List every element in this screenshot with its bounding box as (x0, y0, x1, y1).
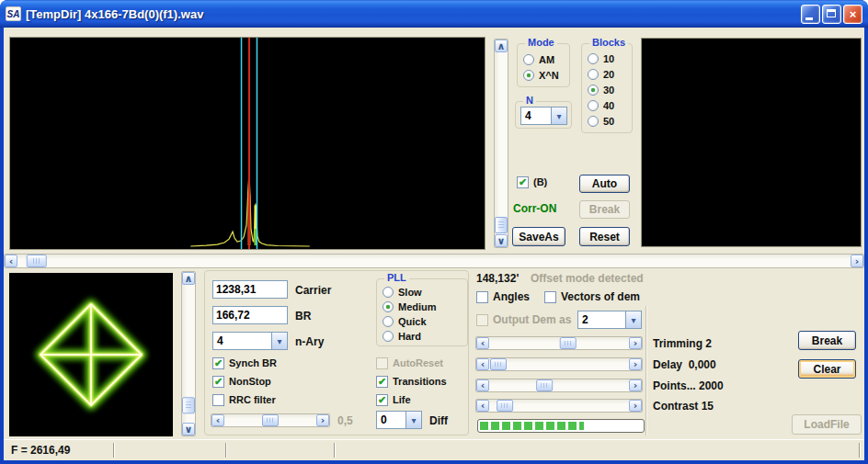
app-icon-text: SA (7, 9, 20, 19)
rrc-slider-value: 0,5 (337, 414, 353, 427)
carrier-input[interactable] (212, 280, 288, 299)
contrast-slider[interactable]: ‹ › (475, 399, 643, 413)
scroll-left-icon[interactable]: ‹ (476, 379, 489, 391)
points-slider[interactable]: ‹ › (475, 379, 643, 392)
demod-groupbox: Carrier BR 4 ▾ n-Ary Synch BR NonStop RR… (204, 270, 469, 436)
scroll-left-icon[interactable]: ‹ (476, 400, 489, 412)
blocks-groupbox: Blocks 10 20 30 40 50 (581, 43, 633, 133)
radio-blocks-50[interactable]: 50 (588, 115, 614, 128)
scroll-left-icon[interactable]: ‹ (211, 414, 224, 426)
nonstop-checkbox[interactable]: NonStop (212, 375, 271, 388)
scrollbar-thumb[interactable] (262, 414, 279, 426)
scroll-left-icon[interactable]: ‹ (476, 358, 489, 370)
main-horizontal-scrollbar[interactable]: ‹ › (4, 254, 864, 268)
scrollbar-thumb[interactable] (559, 337, 576, 349)
scrollbar-thumb[interactable] (536, 379, 553, 391)
mode-groupbox: Mode AM X^N (517, 43, 570, 87)
reset-button[interactable]: Reset (579, 227, 630, 246)
scroll-down-icon[interactable]: ∨ (495, 234, 508, 247)
scrollbar-thumb[interactable] (495, 217, 508, 233)
radio-blocks-10[interactable]: 10 (588, 52, 614, 65)
minimize-button[interactable] (801, 5, 820, 24)
radio-pll-hard[interactable]: Hard (383, 330, 421, 343)
scroll-left-icon[interactable]: ‹ (476, 337, 489, 349)
radio-mode-am[interactable]: AM (523, 53, 554, 66)
br-input[interactable] (212, 306, 288, 324)
constellation-display (9, 273, 173, 436)
offset-status: Offset mode detected (531, 272, 644, 285)
radio-pll-slow[interactable]: Slow (383, 286, 422, 299)
outputdem-select[interactable]: 2 ▾ (577, 311, 642, 329)
n-group-label: N (523, 95, 536, 106)
title-bar[interactable]: SA [TempDir] 4x166-7Bd(0)(f1).wav × (0, 0, 868, 28)
life-checkbox[interactable]: Life (376, 393, 411, 406)
scroll-right-icon[interactable]: › (316, 414, 329, 426)
break-button-top[interactable]: Break (579, 200, 630, 219)
radio-pll-quick[interactable]: Quick (383, 315, 427, 328)
nary-label: n-Ary (295, 335, 324, 348)
window-title: [TempDir] 4x166-7Bd(0)(f1).wav (26, 7, 801, 21)
scrollbar-thumb[interactable] (497, 400, 513, 412)
scrollbar-thumb[interactable] (182, 397, 195, 413)
blocks-group-label: Blocks (589, 37, 628, 48)
break-button[interactable]: Break (798, 331, 856, 350)
angles-checkbox[interactable]: Angles (476, 290, 530, 303)
scrollbar-thumb[interactable] (490, 358, 507, 370)
spectrum-display[interactable] (9, 37, 485, 250)
b-checkbox[interactable]: (B) (517, 175, 547, 188)
nary-select[interactable]: 4 ▾ (212, 332, 288, 350)
chevron-down-icon[interactable]: ▾ (551, 108, 566, 124)
diff-label: Diff (429, 414, 448, 427)
delay-label: Delay 0,000 (653, 358, 716, 371)
trimming-slider[interactable]: ‹ › (475, 336, 643, 350)
pll-group-label: PLL (384, 272, 409, 283)
close-button[interactable]: × (843, 5, 862, 24)
scroll-right-icon[interactable]: › (629, 337, 642, 349)
radio-pll-medium[interactable]: Medium (383, 300, 437, 313)
scroll-up-icon[interactable]: ∧ (182, 272, 195, 285)
client-area: ∧ ∨ Mode AM X^N N 4 ▾ Blocks (4, 28, 864, 460)
delay-slider[interactable]: ‹ › (475, 357, 643, 371)
app-window: SA [TempDir] 4x166-7Bd(0)(f1).wav × (0, 0, 868, 464)
constellation-plot (9, 273, 173, 436)
radio-mode-xn[interactable]: X^N (523, 69, 559, 82)
scroll-right-icon[interactable]: › (629, 379, 642, 391)
top-vertical-scrollbar[interactable]: ∧ ∨ (494, 39, 508, 248)
bottom-vertical-scrollbar[interactable]: ∧ ∨ (181, 271, 196, 436)
maximize-button[interactable] (822, 5, 841, 24)
rrc-checkbox[interactable]: RRC filter (212, 393, 276, 406)
autoreset-checkbox[interactable]: AutoReset (376, 356, 443, 369)
progress-bar (477, 419, 645, 433)
outputdem-checkbox[interactable]: Output Dem as (476, 313, 571, 326)
n-select[interactable]: 4 ▾ (520, 107, 567, 125)
pll-groupbox: PLL Slow Medium Quick Hard (376, 278, 468, 346)
maximize-icon (827, 9, 836, 17)
synchbr-checkbox[interactable]: Synch BR (212, 356, 277, 369)
radio-blocks-20[interactable]: 20 (588, 68, 614, 81)
diff-select[interactable]: 0 ▾ (376, 411, 422, 429)
radio-blocks-30[interactable]: 30 (588, 84, 614, 96)
transitions-checkbox[interactable]: Transitions (376, 375, 447, 388)
minimize-icon (805, 17, 813, 20)
scroll-right-icon[interactable]: › (851, 255, 863, 267)
scroll-right-icon[interactable]: › (629, 358, 642, 370)
radio-blocks-40[interactable]: 40 (588, 99, 614, 112)
vectors-checkbox[interactable]: Vectors of dem (544, 290, 640, 303)
loadfile-button[interactable]: LoadFile (792, 414, 862, 435)
clear-button[interactable]: Clear (798, 359, 856, 379)
progress-fill (480, 422, 584, 430)
auto-button[interactable]: Auto (579, 175, 630, 193)
divider (645, 306, 647, 436)
chevron-down-icon[interactable]: ▾ (271, 333, 287, 349)
rrc-slider[interactable]: ‹ › (211, 413, 330, 427)
saveas-button[interactable]: SaveAs (512, 227, 565, 246)
scroll-left-icon[interactable]: ‹ (5, 255, 17, 267)
secondary-display (641, 38, 862, 247)
app-icon: SA (6, 6, 21, 21)
scroll-up-icon[interactable]: ∧ (495, 40, 508, 52)
scrollbar-thumb[interactable] (27, 255, 47, 267)
chevron-down-icon[interactable]: ▾ (405, 412, 421, 428)
scroll-right-icon[interactable]: › (629, 400, 642, 412)
scroll-down-icon[interactable]: ∨ (182, 423, 195, 436)
chevron-down-icon[interactable]: ▾ (625, 311, 641, 328)
